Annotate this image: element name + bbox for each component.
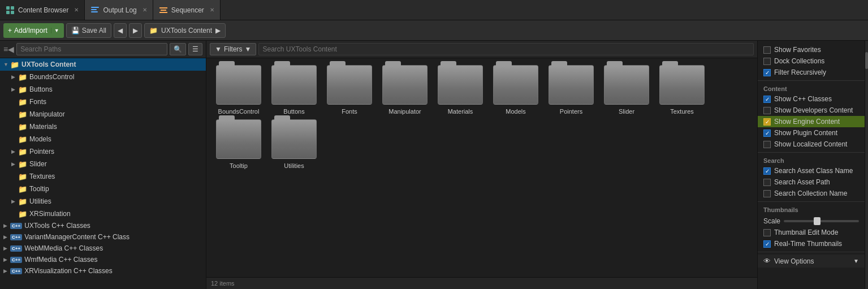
search-asset-path-row[interactable]: Search Asset Path [758,176,865,188]
file-item-label: BoundsControl [218,108,260,115]
show-engine-row[interactable]: ✓ Show Engine Content [758,116,865,127]
expand-icon: ≡◀ [3,45,14,54]
search-collection-checkbox[interactable] [763,190,771,197]
search-button[interactable]: 🔍 [170,43,186,55]
file-item-materials[interactable]: Materials [435,65,486,115]
show-localized-row[interactable]: Show Localized Content [758,139,865,150]
tree-item-variantmanager-cpp[interactable]: ▶ C++ VariantManagerContent C++ Class [0,231,206,243]
filter-button[interactable]: ▼ Filters ▼ [210,43,256,55]
show-developers-row[interactable]: Show Developers Content [758,105,865,116]
file-item-slider[interactable]: Slider [601,65,652,115]
tab-output-log[interactable]: Output Log ✕ [85,0,153,20]
tree-item-textures[interactable]: 📁 Textures [0,170,206,183]
search-paths-input[interactable] [16,43,167,55]
cpp-icon: C++ [10,268,22,274]
folder-icon: 📁 [18,184,27,193]
show-developers-checkbox[interactable] [763,107,771,114]
file-status: 12 items [206,277,757,289]
filter-recursively-checkbox[interactable]: ✓ [763,69,771,76]
tree-item-xrsimulation[interactable]: 📁 XRSimulation [0,208,206,220]
realtime-thumbnails-row[interactable]: ✓ Real-Time Thumbnails [758,238,865,249]
realtime-thumbnails-checkbox[interactable]: ✓ [763,240,771,248]
file-item-textures[interactable]: Textures [657,65,707,115]
tree-item-wmfmedia-cpp[interactable]: ▶ C++ WmfMedia C++ Classes [0,254,206,265]
file-item-boundscontrol[interactable]: BoundsControl [213,65,264,115]
show-favorites-checkbox[interactable] [763,46,771,54]
file-item-models[interactable]: Models [490,65,541,115]
add-import-button[interactable]: + Add/Import ▼ [3,23,64,38]
file-item-utilities[interactable]: Utilities [269,119,319,169]
tree-item-root[interactable]: ▼ 📁 UXTools Content [0,58,206,71]
dock-collections-row[interactable]: Dock Collections [758,55,865,67]
file-search-input[interactable] [258,43,754,55]
file-item-fonts[interactable]: Fonts [324,65,375,115]
thumbnail-edit-row[interactable]: Thumbnail Edit Mode [758,227,865,238]
divider-3 [758,201,865,202]
folder-icon: 📁 [18,72,27,81]
tree-item-webmmedia-cpp[interactable]: ▶ C++ WebMMedia C++ Classes [0,243,206,254]
tree-item-slider[interactable]: ▶ 📁 Slider [0,158,206,170]
scale-slider[interactable] [784,220,859,222]
search-asset-class-row[interactable]: ✓ Search Asset Class Name [758,165,865,176]
tab-output-log-label: Output Log [103,6,136,14]
file-browser: ▼ Filters ▼ BoundsControl Buttons Fonts [206,41,757,289]
view-options-button[interactable]: 👁 View Options ▼ [758,255,865,268]
tab-content-browser[interactable]: Content Browser ✕ [0,0,85,20]
tab-content-browser-close[interactable]: ✕ [74,7,79,13]
folder-icon: 📁 [18,197,27,206]
tab-output-log-close[interactable]: ✕ [142,7,147,13]
search-asset-class-checkbox[interactable]: ✓ [763,167,771,175]
add-import-dropdown-arrow[interactable]: ▼ [51,28,59,33]
filter-recursively-row[interactable]: ✓ Filter Recursively [758,67,865,78]
file-item-manipulator[interactable]: Manipulator [379,65,430,115]
search-collection-row[interactable]: Search Collection Name [758,188,865,199]
search-bar: ≡◀ 🔍 ☰ [0,41,206,58]
tab-sequencer-close[interactable]: ✕ [210,7,214,13]
show-localized-checkbox[interactable] [763,141,771,148]
file-grid: BoundsControl Buttons Fonts Manipulator … [206,58,757,277]
show-cpp-classes-checkbox[interactable]: ✓ [763,96,771,103]
tab-sequencer[interactable]: Sequencer ✕ [153,0,221,20]
search-asset-path-checkbox[interactable] [763,179,771,186]
tree-item-label: Pointers [29,148,54,156]
tree-item-label: WmfMedia C++ Classes [24,256,97,264]
filter-label: Filters [224,45,243,53]
tree-item-tooltip[interactable]: 📁 Tooltip [0,183,206,195]
tree-item-utilities[interactable]: ▶ 📁 Utilities [0,195,206,208]
nav-forward-button[interactable]: ▶ [129,23,142,38]
nav-back-button[interactable]: ◀ [114,23,127,38]
tree-item-xrvisualization-cpp[interactable]: ▶ C++ XRVisualization C++ Classes [0,265,206,277]
divider-1 [758,80,865,81]
settings-button[interactable]: ☰ [188,43,202,55]
tree-item-label: Materials [29,123,57,131]
file-item-buttons[interactable]: Buttons [269,65,319,115]
tree-item-models[interactable]: 📁 Models [0,133,206,145]
svg-rect-2 [6,11,10,14]
tree-item-pointers[interactable]: ▶ 📁 Pointers [0,145,206,158]
search-asset-path-label: Search Asset Path [774,178,830,186]
show-engine-checkbox[interactable]: ✓ [763,118,771,126]
show-cpp-classes-label: Show C++ Classes [774,95,832,103]
file-item-tooltip[interactable]: Tooltip [213,119,264,169]
file-item-pointers[interactable]: Pointers [546,65,597,115]
show-plugin-row[interactable]: ✓ Show Plugin Content [758,127,865,139]
tree-item-manipulator[interactable]: 📁 Manipulator [0,108,206,120]
show-favorites-row[interactable]: Show Favorites [758,44,865,55]
tree-item-label: Tooltip [29,185,49,193]
seq-icon [159,6,168,15]
show-cpp-classes-row[interactable]: ✓ Show C++ Classes [758,93,865,105]
tree-item-uxtools-cpp[interactable]: ▶ C++ UXTools C++ Classes [0,220,206,231]
tree-item-buttons[interactable]: ▶ 📁 Buttons [0,83,206,96]
show-plugin-checkbox[interactable]: ✓ [763,130,771,137]
tree-item-boundscontrol[interactable]: ▶ 📁 BoundsControl [0,71,206,83]
thumbnail-edit-checkbox[interactable] [763,229,771,236]
file-item-label: Buttons [283,108,304,115]
tree-item-materials[interactable]: 📁 Materials [0,120,206,133]
tree-item-fonts[interactable]: 📁 Fonts [0,96,206,108]
scale-slider-thumb[interactable] [814,217,821,225]
scale-row: Scale [758,215,865,227]
file-count: 12 items [211,280,235,287]
dock-collections-checkbox[interactable] [763,58,771,65]
right-scrollbar[interactable] [865,41,868,289]
save-all-button[interactable]: 💾 Save All [66,23,111,38]
